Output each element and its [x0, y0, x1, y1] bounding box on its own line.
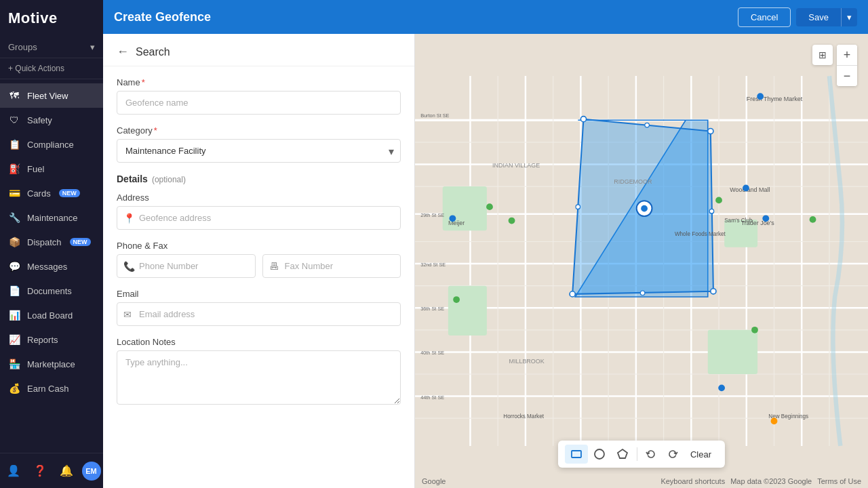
- location-notes-group: Location Notes: [117, 337, 401, 407]
- help-icon[interactable]: ❓: [29, 460, 51, 481]
- person-icon[interactable]: 👤: [3, 460, 24, 481]
- marketplace-icon: 🏪: [8, 358, 20, 370]
- fuel-icon: ⛽: [8, 163, 20, 175]
- sidebar-item-fleet-view[interactable]: 🗺 Fleet View: [0, 83, 103, 108]
- phone-fax-row: 📞 🖷: [117, 254, 401, 278]
- svg-point-64: [450, 215, 456, 222]
- rectangle-tool-button[interactable]: [565, 445, 588, 464]
- sidebar-item-earn-cash[interactable]: 💰 Earn Cash: [0, 376, 103, 401]
- quick-actions-button[interactable]: + Quick Actions: [0, 58, 103, 79]
- rectangle-icon: [570, 448, 583, 460]
- fax-input[interactable]: [262, 254, 401, 278]
- location-notes-input[interactable]: [117, 350, 401, 405]
- badge-dispatch: NEW: [70, 238, 91, 246]
- cancel-button[interactable]: Cancel: [738, 7, 791, 27]
- quick-actions-label: + Quick Actions: [8, 64, 64, 73]
- svg-point-73: [751, 327, 758, 333]
- bell-icon[interactable]: 🔔: [56, 460, 77, 481]
- svg-text:36th St SE: 36th St SE: [420, 306, 444, 312]
- svg-text:29th St SE: 29th St SE: [420, 212, 444, 218]
- fax-icon: 🖷: [269, 261, 279, 272]
- phone-input[interactable]: [117, 254, 256, 278]
- dispatch-icon: 📦: [8, 236, 20, 248]
- groups-selector[interactable]: Groups ▾: [0, 37, 103, 58]
- phone-fax-group: Phone & Fax 📞 🖷: [117, 241, 401, 278]
- save-button[interactable]: Save: [796, 8, 841, 26]
- svg-point-66: [810, 216, 816, 223]
- svg-point-72: [453, 296, 460, 303]
- zoom-in-button[interactable]: +: [837, 45, 857, 65]
- category-field-group: Category* Maintenance FacilityWarehouseC…: [117, 125, 401, 163]
- sidebar-item-load-board[interactable]: 📊 Load Board: [0, 303, 103, 327]
- address-input-wrapper: 📍: [117, 206, 401, 230]
- main-content: Create Geofence Cancel Save ▾ ← Search N…: [103, 0, 868, 488]
- clear-button[interactable]: Clear: [684, 446, 718, 463]
- sidebar-item-cards[interactable]: 💳 Cards NEW: [0, 181, 103, 205]
- content-area: ← Search Name* Category* Main: [103, 34, 868, 488]
- sidebar-item-messages[interactable]: 💬 Messages: [0, 254, 103, 279]
- form-panel: ← Search Name* Category* Main: [103, 34, 415, 488]
- category-select-wrapper: Maintenance FacilityWarehouseCustomer Si…: [117, 139, 401, 163]
- back-button[interactable]: ←: [117, 45, 129, 59]
- circle-tool-button[interactable]: [588, 445, 611, 464]
- sidebar-item-label: Fuel: [27, 164, 44, 174]
- undo-button[interactable]: [640, 445, 662, 463]
- email-input-wrapper: ✉: [117, 302, 401, 326]
- sidebar-nav: 🗺 Fleet View 🛡 Safety 📋 Compliance ⛽ Fue…: [0, 79, 103, 453]
- polygon-tool-button[interactable]: [611, 445, 634, 464]
- map-zoom-controls: + −: [837, 45, 857, 86]
- cards-icon: 💳: [8, 187, 20, 199]
- svg-text:MILLBROOK: MILLBROOK: [509, 358, 544, 365]
- details-header: Details(optional): [117, 174, 401, 184]
- category-select[interactable]: Maintenance FacilityWarehouseCustomer Si…: [117, 139, 401, 163]
- redo-button[interactable]: [662, 445, 684, 463]
- redo-icon: [667, 449, 678, 460]
- map-layers-button[interactable]: ⊞: [812, 45, 833, 65]
- svg-point-69: [509, 218, 515, 224]
- location-notes-label: Location Notes: [117, 337, 401, 347]
- name-input[interactable]: [117, 91, 401, 115]
- fleet-view-icon: 🗺: [8, 89, 20, 102]
- address-input[interactable]: [117, 206, 401, 230]
- sidebar-item-safety[interactable]: 🛡 Safety: [0, 108, 103, 132]
- sidebar-item-maintenance[interactable]: 🔧 Maintenance: [0, 205, 103, 230]
- avatar[interactable]: EM: [82, 462, 101, 481]
- sidebar-item-label: Fleet View: [27, 91, 68, 101]
- safety-icon: 🛡: [8, 114, 20, 126]
- groups-chevron-icon: ▾: [90, 42, 95, 52]
- zoom-out-button[interactable]: −: [837, 66, 857, 86]
- svg-point-75: [595, 449, 604, 459]
- svg-point-62: [757, 93, 764, 100]
- save-chevron-button[interactable]: ▾: [841, 8, 857, 26]
- sidebar-item-fuel[interactable]: ⛽ Fuel: [0, 157, 103, 181]
- documents-icon: 📄: [8, 285, 20, 297]
- sidebar-item-compliance[interactable]: 📋 Compliance: [0, 132, 103, 157]
- undo-icon: [646, 449, 656, 460]
- sidebar-item-label: Maintenance: [27, 213, 77, 223]
- sidebar-item-dispatch[interactable]: 📦 Dispatch NEW: [0, 230, 103, 254]
- address-label: Address: [117, 192, 401, 203]
- svg-text:Horrocks Market: Horrocks Market: [503, 413, 544, 420]
- svg-rect-74: [572, 451, 581, 458]
- sidebar-item-label: Dispatch: [27, 237, 62, 247]
- sidebar-item-documents[interactable]: 📄 Documents: [0, 279, 103, 303]
- svg-text:Burton St SE: Burton St SE: [420, 113, 449, 119]
- svg-text:Fresh Thyme Market: Fresh Thyme Market: [747, 96, 803, 102]
- terms-link[interactable]: Terms of Use: [817, 477, 861, 485]
- phone-icon: 📞: [123, 261, 135, 272]
- address-field-group: Address 📍: [117, 192, 401, 230]
- svg-point-68: [486, 203, 493, 210]
- app-logo: Motive: [0, 0, 103, 37]
- fax-input-wrapper: 🖷: [262, 254, 401, 278]
- sidebar-bottom: 👤 ❓ 🔔 EM: [0, 453, 103, 488]
- sidebar-item-reports[interactable]: 📈 Reports: [0, 327, 103, 352]
- svg-point-63: [743, 185, 749, 192]
- badge-cards: NEW: [59, 189, 80, 197]
- email-input[interactable]: [117, 302, 401, 326]
- name-required-marker: *: [142, 77, 145, 87]
- map-background: INDIAN VILLAGE RIDGEMOOR MILLBROOK Burto…: [415, 34, 868, 488]
- name-label: Name*: [117, 77, 401, 87]
- keyboard-shortcuts-link[interactable]: Keyboard shortcuts: [660, 477, 725, 485]
- topbar: Create Geofence Cancel Save ▾: [103, 0, 868, 34]
- sidebar-item-marketplace[interactable]: 🏪 Marketplace: [0, 352, 103, 376]
